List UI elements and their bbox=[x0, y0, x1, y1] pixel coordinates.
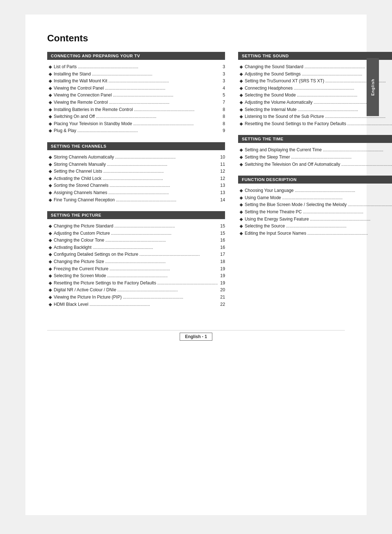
bullet-diamond: ◆ bbox=[49, 182, 52, 189]
bullet-diamond: ◆ bbox=[240, 154, 243, 161]
entry-text: Switching the Television On and Off Auto… bbox=[245, 161, 392, 168]
bullet-diamond: ◆ bbox=[240, 187, 243, 194]
bullet-diamond: ◆ bbox=[240, 92, 243, 99]
list-item: ◆Changing the Picture Size..............… bbox=[47, 258, 225, 265]
list-item: ◆Setting and Displaying the Current Time… bbox=[238, 147, 392, 153]
entry-text: Installing Batteries in the Remote Contr… bbox=[54, 106, 225, 113]
bullet-diamond: ◆ bbox=[240, 71, 243, 78]
list-item: ◆Setting the Sleep Timer................… bbox=[238, 154, 392, 161]
bullet-diamond: ◆ bbox=[240, 85, 243, 92]
list-item: ◆Choosing Your Language.................… bbox=[238, 187, 392, 194]
list-item: ◆Storing Channels Automatically.........… bbox=[47, 154, 225, 161]
list-item: ◆Configuring Detailed Settings on the Pi… bbox=[47, 251, 225, 258]
list-item: ◆Switching On and Off...................… bbox=[47, 113, 225, 120]
entry-text: Setting the Home Theatre PC.............… bbox=[245, 209, 392, 215]
bullet-diamond: ◆ bbox=[49, 280, 52, 287]
list-item: ◆Setting the Home Theatre PC............… bbox=[238, 209, 392, 215]
bullet-diamond: ◆ bbox=[49, 154, 52, 161]
entry-text: Setting the Blue Screen Mode / Selecting… bbox=[245, 201, 392, 208]
bullet-diamond: ◆ bbox=[49, 223, 52, 230]
bullet-diamond: ◆ bbox=[49, 78, 52, 85]
section-channels: SETTING THE CHANNELS◆Storing Channels Au… bbox=[47, 142, 225, 203]
bullet-diamond: ◆ bbox=[49, 287, 52, 293]
bullet-diamond: ◆ bbox=[49, 189, 52, 196]
entry-text: Installing the Wall Mount Kit...........… bbox=[54, 78, 225, 85]
list-item: ◆Digital NR / Active Colour / DNIe......… bbox=[47, 287, 225, 293]
bullet-diamond: ◆ bbox=[49, 127, 52, 134]
list-item: ◆Viewing the Control Panel..............… bbox=[47, 85, 225, 92]
bullet-diamond: ◆ bbox=[49, 272, 52, 279]
bullet-diamond: ◆ bbox=[240, 120, 243, 127]
list-item: ◆Fine Tuning Channel Reception..........… bbox=[47, 197, 225, 204]
page: English Contents CONNECTING AND PREPARIN… bbox=[25, 15, 367, 515]
page-title: Contents bbox=[47, 33, 345, 44]
list-item: ◆Installing Batteries in the Remote Cont… bbox=[47, 106, 225, 113]
entry-text: Changing the Colour Tone................… bbox=[54, 237, 225, 244]
entry-text: Viewing the Control Panel...............… bbox=[54, 85, 225, 92]
entry-text: Editing the Input Source Names..........… bbox=[245, 230, 392, 237]
list-item: ◆HDMI Black Level.......................… bbox=[47, 301, 225, 308]
list-item: ◆Changing the Picture Standard..........… bbox=[47, 223, 225, 230]
bullet-diamond: ◆ bbox=[49, 71, 52, 78]
sidebar-tab: English bbox=[367, 58, 379, 116]
bullet-diamond: ◆ bbox=[240, 223, 243, 230]
list-item: ◆Setting the Blue Screen Mode / Selectin… bbox=[238, 201, 392, 208]
bullet-diamond: ◆ bbox=[49, 92, 52, 99]
bullet-diamond: ◆ bbox=[49, 237, 52, 244]
section-header-connecting: CONNECTING AND PREPARING YOUR TV bbox=[47, 52, 225, 60]
list-item: ◆Selecting the Screen Mode..............… bbox=[47, 272, 225, 279]
bullet-diamond: ◆ bbox=[240, 209, 243, 215]
list-item: ◆Plug & Play............................… bbox=[47, 127, 225, 134]
bullet-diamond: ◆ bbox=[49, 251, 52, 258]
bullet-diamond: ◆ bbox=[49, 106, 52, 113]
entry-text: Sorting the Stored Channels.............… bbox=[54, 182, 225, 189]
entry-text: Setting and Displaying the Current Time.… bbox=[245, 147, 392, 153]
list-item: ◆Resetting the Picture Settings to the F… bbox=[47, 280, 225, 287]
section-header-picture: SETTING THE PICTURE bbox=[47, 211, 225, 219]
list-item: ◆Editing the Input Source Names.........… bbox=[238, 230, 392, 237]
bullet-diamond: ◆ bbox=[49, 161, 52, 168]
section-time: SETTING THE TIME◆Setting and Displaying … bbox=[238, 135, 392, 168]
entry-text: Using the Energy Saving Feature.........… bbox=[245, 216, 392, 223]
entry-text: Assigning Channels Names................… bbox=[54, 189, 225, 196]
entry-text: Viewing the Connection Panel............… bbox=[54, 92, 225, 99]
bullet-diamond: ◆ bbox=[240, 147, 243, 153]
bullet-diamond: ◆ bbox=[49, 85, 52, 92]
entry-text: Resetting the Picture Settings to the Fa… bbox=[54, 280, 225, 287]
list-item: ◆Viewing the Remote Control.............… bbox=[47, 99, 225, 106]
entry-text: Installing the Stand....................… bbox=[54, 71, 225, 78]
bullet-diamond: ◆ bbox=[240, 78, 243, 85]
bullet-diamond: ◆ bbox=[240, 230, 243, 237]
bullet-diamond: ◆ bbox=[240, 113, 243, 120]
bullet-diamond: ◆ bbox=[240, 63, 243, 70]
bullet-diamond: ◆ bbox=[49, 197, 52, 204]
bullet-diamond: ◆ bbox=[240, 216, 243, 223]
list-item: ◆Sorting the Stored Channels............… bbox=[47, 182, 225, 189]
entry-text: Viewing the Picture In Picture (PIP)....… bbox=[54, 294, 225, 301]
list-item: ◆Resetting the Sound Settings to the Fac… bbox=[238, 120, 392, 127]
list-item: ◆Setting the Channel Lists..............… bbox=[47, 168, 225, 175]
entry-text: Changing the Picture Size...............… bbox=[54, 258, 225, 265]
entry-text: Digital NR / Active Colour / DNIe.......… bbox=[54, 287, 225, 293]
bullet-diamond: ◆ bbox=[240, 106, 243, 113]
entry-text: Switching On and Off....................… bbox=[54, 113, 225, 120]
list-item: ◆Freezing the Current Picture...........… bbox=[47, 266, 225, 272]
list-item: ◆Switching the Television On and Off Aut… bbox=[238, 161, 392, 168]
entry-text: Viewing the Remote Control..............… bbox=[54, 99, 225, 106]
entry-text: HDMI Black Level........................… bbox=[54, 301, 225, 308]
bullet-diamond: ◆ bbox=[240, 194, 243, 201]
entry-text: Setting the Channel Lists...............… bbox=[54, 168, 225, 175]
bullet-diamond: ◆ bbox=[49, 175, 52, 182]
entry-text: Adjusting the Custom Picture............… bbox=[54, 230, 225, 237]
entry-text: Activating the Child Lock...............… bbox=[54, 175, 225, 182]
list-item: ◆Viewing the Connection Panel...........… bbox=[47, 92, 225, 99]
list-item: ◆Activating the Child Lock..............… bbox=[47, 175, 225, 182]
bullet-diamond: ◆ bbox=[49, 301, 52, 308]
bullet-diamond: ◆ bbox=[49, 258, 52, 265]
entry-text: Selecting the Screen Mode...............… bbox=[54, 272, 225, 279]
contents-grid: CONNECTING AND PREPARING YOUR TV◆List of… bbox=[47, 52, 345, 316]
footer-text: English - 1 bbox=[180, 333, 213, 341]
sidebar-label: English bbox=[371, 79, 375, 96]
bullet-diamond: ◆ bbox=[49, 266, 52, 272]
bullet-diamond: ◆ bbox=[49, 113, 52, 120]
